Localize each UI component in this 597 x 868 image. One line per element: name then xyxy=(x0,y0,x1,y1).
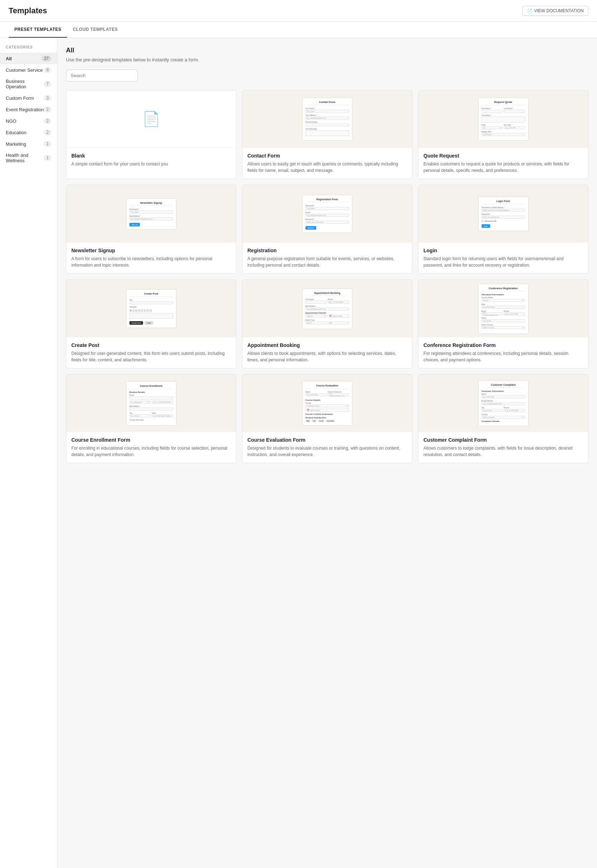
sidebar-item-count: 3 xyxy=(44,95,51,101)
sidebar-item-label: Customer Service xyxy=(6,67,43,73)
template-name-appointment: Appointment Booking xyxy=(247,342,407,348)
sidebar-item-label: Event Registration xyxy=(6,107,44,112)
template-info-blank: Blank A simple contact form for your use… xyxy=(66,148,236,172)
template-card-customer-complaint[interactable]: Customer Complaint Customer Information … xyxy=(418,374,588,463)
sidebar-item-all[interactable]: All 27 xyxy=(0,53,57,64)
template-desc-customer-complaint: Allows customers to lodge complaints, wi… xyxy=(423,445,583,458)
sidebar-item-count: 8 xyxy=(44,67,51,73)
template-preview-login: Login Form Username or Email address * E… xyxy=(419,185,588,243)
sidebar: CATEGORIES All 27 Customer Service 8 Bus… xyxy=(0,38,57,868)
sidebar-item-custom-form[interactable]: Custom Form 3 xyxy=(0,92,57,104)
template-desc-registration: A general-purpose registration form suit… xyxy=(247,256,407,268)
template-info-course-enrollment: Course Enrollment Form For enrolling in … xyxy=(66,432,236,463)
template-desc-appointment: Allows clients to book appointments, wit… xyxy=(247,350,407,363)
template-preview-create-post: Create Post Title Template B I U ≡ xyxy=(66,280,236,337)
sidebar-section-title: CATEGORIES xyxy=(0,45,57,53)
template-desc-blank: A simple contact form for your users to … xyxy=(71,161,231,167)
template-desc-conference: For registering attendees at conferences… xyxy=(423,350,583,363)
template-card-appointment[interactable]: Appointment Booking First Name Phone E.g… xyxy=(242,280,412,369)
tabs-bar: PRESET TEMPLATES CLOUD TEMPLATES xyxy=(0,22,597,38)
template-preview-course-enrollment: Course Enrollment Student Details Name E… xyxy=(66,375,236,432)
template-card-conference[interactable]: Conference Registration Attendant Inform… xyxy=(418,280,588,369)
template-desc-contact: Allows users to easily get in touch with… xyxy=(247,161,407,174)
content-area: All Use the pre-designed templates below… xyxy=(57,38,597,868)
template-card-quote-request[interactable]: Request Quote First Name * Last Name xyxy=(418,90,588,179)
doc-icon: 📄 xyxy=(527,8,532,13)
template-card-newsletter[interactable]: Newsletter Signup First Name * E.g. John… xyxy=(66,185,236,274)
template-preview-blank: 📄 xyxy=(66,91,236,148)
template-name-create-post: Create Post xyxy=(71,342,231,348)
template-preview-conference: Conference Registration Attendant Inform… xyxy=(419,280,588,337)
sidebar-item-event-registration[interactable]: Event Registration 2 xyxy=(0,104,57,115)
sidebar-item-count: 2 xyxy=(44,107,51,112)
template-name-contact: Contact Form xyxy=(247,153,407,159)
sidebar-item-marketing[interactable]: Marketing 1 xyxy=(0,138,57,150)
template-desc-login: Standard login form for returning users … xyxy=(423,256,583,268)
template-info-course-evaluation: Course Evaluation Form Designed for stud… xyxy=(242,432,412,463)
template-card-create-post[interactable]: Create Post Title Template B I U ≡ xyxy=(66,280,236,369)
sidebar-item-customer-service[interactable]: Customer Service 8 xyxy=(0,64,57,76)
template-name-blank: Blank xyxy=(71,153,231,159)
template-name-conference: Conference Registration Form xyxy=(423,342,583,348)
sidebar-item-count: 7 xyxy=(44,81,51,87)
sidebar-item-label: NGO xyxy=(6,118,16,124)
template-info-contact: Contact Form Allows users to easily get … xyxy=(242,148,412,179)
template-desc-course-evaluation: Designed for students to evaluate course… xyxy=(247,445,407,458)
template-info-quote: Quote Request Enables customers to reque… xyxy=(419,148,588,179)
sidebar-item-ngo[interactable]: NGO 2 xyxy=(0,115,57,127)
tab-cloud-templates[interactable]: CLOUD TEMPLATES xyxy=(67,22,123,38)
content-title: All xyxy=(66,47,588,54)
template-info-registration: Registration A general-purpose registrat… xyxy=(242,243,412,273)
sidebar-item-count: 2 xyxy=(44,118,51,124)
search-bar xyxy=(66,70,588,82)
sidebar-item-label: Marketing xyxy=(6,141,26,147)
header: Templates 📄 VIEW DOCUMENTATION xyxy=(0,0,597,22)
template-preview-newsletter: Newsletter Signup First Name * E.g. John… xyxy=(66,185,236,243)
sidebar-item-education[interactable]: Education 2 xyxy=(0,127,57,138)
template-name-quote: Quote Request xyxy=(423,153,583,159)
template-card-login[interactable]: Login Form Username or Email address * E… xyxy=(418,185,588,274)
template-card-blank[interactable]: 📄 Blank A simple contact form for your u… xyxy=(66,90,236,179)
template-preview-registration: Registration Form Username * Username Em… xyxy=(242,185,412,243)
sidebar-item-count: 2 xyxy=(44,130,51,135)
sidebar-item-label: Business Operation xyxy=(6,79,44,89)
template-info-customer-complaint: Customer Complaint Form Allows customers… xyxy=(419,432,588,463)
sidebar-item-label: Education xyxy=(6,130,27,135)
template-name-login: Login xyxy=(423,247,583,253)
template-name-newsletter: Newsletter Signup xyxy=(71,247,231,253)
templates-grid: 📄 Blank A simple contact form for your u… xyxy=(66,90,588,463)
template-info-conference: Conference Registration Form For registe… xyxy=(419,337,588,368)
template-card-course-evaluation[interactable]: Course Evaluation Name E.g. John Doe Cou… xyxy=(242,374,412,463)
template-preview-course-evaluation: Course Evaluation Name E.g. John Doe Cou… xyxy=(242,375,412,432)
search-input[interactable] xyxy=(66,70,138,82)
template-name-customer-complaint: Customer Complaint Form xyxy=(423,437,583,443)
sidebar-item-business-operation[interactable]: Business Operation 7 xyxy=(0,76,57,92)
sidebar-item-label: Health and Wellness xyxy=(6,152,44,163)
template-info-login: Login Standard login form for returning … xyxy=(419,243,588,273)
template-info-appointment: Appointment Booking Allows clients to bo… xyxy=(242,337,412,368)
template-preview-quote: Request Quote First Name * Last Name xyxy=(419,91,588,148)
view-documentation-button[interactable]: 📄 VIEW DOCUMENTATION xyxy=(523,6,588,16)
sidebar-item-label: All xyxy=(6,56,12,61)
content-description: Use the pre-designed templates below to … xyxy=(66,57,588,63)
page-title: Templates xyxy=(9,6,47,15)
template-info-newsletter: Newsletter Signup A form for users to su… xyxy=(66,243,236,273)
template-card-registration[interactable]: Registration Form Username * Username Em… xyxy=(242,185,412,274)
template-card-course-enrollment[interactable]: Course Enrollment Student Details Name E… xyxy=(66,374,236,463)
template-desc-quote: Enables customers to request a quote for… xyxy=(423,161,583,174)
sidebar-item-health-wellness[interactable]: Health and Wellness 1 xyxy=(0,150,57,166)
tab-preset-templates[interactable]: PRESET TEMPLATES xyxy=(9,22,67,38)
template-preview-contact: Contact Form Your Name * E.g. John Your … xyxy=(242,91,412,148)
sidebar-item-label: Custom Form xyxy=(6,95,34,101)
template-info-create-post: Create Post Designed for user-generated … xyxy=(66,337,236,368)
template-desc-newsletter: A form for users to subscribe to newslet… xyxy=(71,256,231,268)
file-icon: 📄 xyxy=(143,110,160,127)
template-name-course-enrollment: Course Enrollment Form xyxy=(71,437,231,443)
template-desc-create-post: Designed for user-generated content, thi… xyxy=(71,350,231,363)
template-preview-appointment: Appointment Booking First Name Phone E.g… xyxy=(242,280,412,337)
template-card-contact-form[interactable]: Contact Form Your Name * E.g. John Your … xyxy=(242,90,412,179)
template-desc-course-enrollment: For enrolling in educational courses, in… xyxy=(71,445,231,458)
template-preview-customer-complaint: Customer Complaint Customer Information … xyxy=(419,375,588,432)
main-layout: CATEGORIES All 27 Customer Service 8 Bus… xyxy=(0,38,597,868)
template-name-course-evaluation: Course Evaluation Form xyxy=(247,437,407,443)
